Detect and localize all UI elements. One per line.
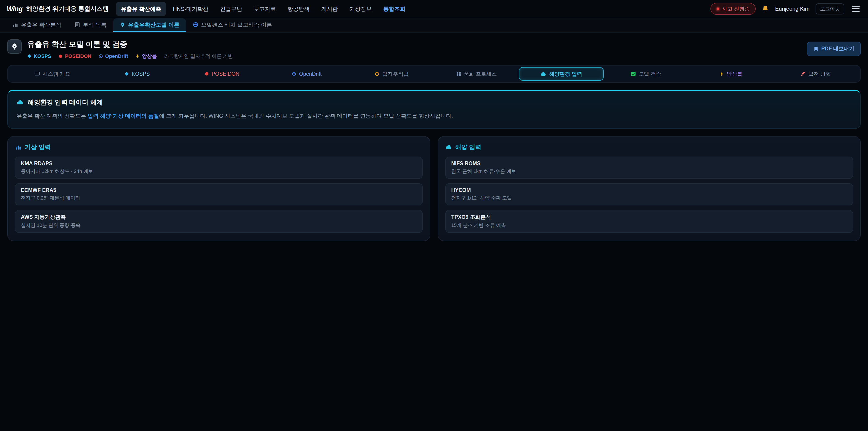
tab-label: 분석 목록 <box>83 21 107 29</box>
globe-icon <box>193 22 198 27</box>
section-nav-weathering-process[interactable]: 풍화 프로세스 <box>434 67 519 81</box>
title-block: 유출유 확산 모델 이론 및 검증 KOSPS POSEIDON OpenDri… <box>27 39 233 60</box>
badge-ensemble: 앙상블 <box>135 53 157 60</box>
marine-input-section: 해양환경 입력 데이터 체계 유출유 확산 예측의 정확도는 입력 해양·기상 … <box>7 90 861 129</box>
list-item: HYCOM 전지구 1/12° 해양 순환 모델 <box>445 183 853 206</box>
card-title: 해양 입력 <box>455 143 481 151</box>
nav-item-hns-air-diffusion[interactable]: HNS·대기확산 <box>168 2 213 16</box>
card-head: 해양 입력 <box>445 143 853 151</box>
item-desc: 전지구 0.25° 재분석 데이터 <box>21 194 417 201</box>
list-item: NIFS ROMS 한국 근해 1km 해류·수온 예보 <box>445 157 853 179</box>
dot-icon <box>58 54 63 59</box>
page-subtitle: 라그랑지안 입자추적 이론 기반 <box>164 53 233 60</box>
logout-button[interactable]: 로그아웃 <box>815 3 844 14</box>
item-desc: 실시간 10분 단위 풍향·풍속 <box>21 222 417 228</box>
incident-dot-icon <box>717 7 719 10</box>
incident-status-label: 사고 진행중 <box>722 5 750 12</box>
nav-item-board[interactable]: 게시판 <box>316 2 343 16</box>
cloud-icon <box>17 99 24 106</box>
section-nav-marine-environment-input[interactable]: 해양환경 입력 <box>519 67 603 81</box>
diamond-icon <box>125 72 129 76</box>
page-header: 유출유 확산 모델 이론 및 검증 KOSPS POSEIDON OpenDri… <box>7 38 861 65</box>
grid-icon <box>456 71 461 76</box>
bolt-icon <box>135 53 140 59</box>
badge-poseidon: POSEIDON <box>58 53 91 59</box>
section-nav-model-validation[interactable]: 모델 검증 <box>604 67 688 81</box>
section-nav-kosps[interactable]: KOSPS <box>95 68 180 80</box>
item-name: HYCOM <box>451 187 847 193</box>
bar-chart-icon <box>15 144 22 150</box>
nav-item-emergency-rescue[interactable]: 긴급구난 <box>215 2 247 16</box>
section-nav-system-overview[interactable]: 시스템 개요 <box>10 67 95 81</box>
item-name: AWS 자동기상관측 <box>21 214 417 221</box>
globe-icon <box>98 54 103 59</box>
item-name: ECMWF ERA5 <box>21 187 417 193</box>
list-item: KMA RDAPS 동아시아 12km 해상도 · 24h 예보 <box>15 157 423 179</box>
item-desc: 전지구 1/12° 해양 순환 모델 <box>451 194 847 201</box>
bolt-icon <box>719 71 724 76</box>
brand[interactable]: Wing 해양환경 위기대응 통합시스템 <box>6 5 109 13</box>
section-nav: 시스템 개요 KOSPS POSEIDON OpenDrift 입자추적법 풍화… <box>7 65 861 83</box>
incident-status-badge[interactable]: 사고 진행중 <box>710 3 756 15</box>
section-nav-future-direction[interactable]: 발전 방향 <box>773 67 858 81</box>
item-name: KMA RDAPS <box>21 160 417 166</box>
tab-label: 유출유 확산분석 <box>21 21 61 29</box>
item-desc: 동아시아 12km 해상도 · 24h 예보 <box>21 168 417 175</box>
target-icon <box>375 71 379 76</box>
section-nav-particle-tracking[interactable]: 입자추적법 <box>349 67 434 81</box>
wing-logo: Wing <box>6 5 22 13</box>
pdf-export-button[interactable]: PDF 내보내기 <box>807 41 861 56</box>
list-item: ECMWF ERA5 전지구 0.25° 재분석 데이터 <box>15 183 423 206</box>
page-title: 유출유 확산 모델 이론 및 검증 <box>27 39 233 50</box>
hamburger-menu-icon[interactable] <box>850 4 862 13</box>
main-content: 유출유 확산 모델 이론 및 검증 KOSPS POSEIDON OpenDri… <box>0 33 868 252</box>
rocket-icon <box>801 71 806 76</box>
card-head: 기상 입력 <box>15 143 423 151</box>
user-name: Eunjeong Kim <box>775 6 809 12</box>
badge-kosps: KOSPS <box>27 53 51 59</box>
tab-bar: 유출유 확산분석 분석 목록 유출유확산모델 이론 오일펜스 배치 알고리즘 이… <box>0 18 868 33</box>
highlighted-text: 입력 해양·기상 데이터의 품질 <box>88 113 159 119</box>
bookmark-icon <box>813 46 818 52</box>
nav-item-aerial-search[interactable]: 항공탐색 <box>283 2 315 16</box>
nav-item-reports[interactable]: 보고자료 <box>249 2 281 16</box>
section-nav-ensemble[interactable]: 앙상블 <box>688 67 773 81</box>
card-title: 기상 입력 <box>25 143 51 151</box>
tab-diffusion-model-theory[interactable]: 유출유확산모델 이론 <box>113 18 186 32</box>
list-item: AWS 자동기상관측 실시간 10분 단위 풍향·풍속 <box>15 210 423 233</box>
document-list-icon <box>74 22 80 28</box>
top-navigation-bar: Wing 해양환경 위기대응 통합시스템 유출유 확산예측 HNS·대기확산 긴… <box>0 0 868 18</box>
pen-nib-icon <box>120 22 125 28</box>
topbar-right: 사고 진행중 Eunjeong Kim 로그아웃 <box>710 3 861 15</box>
page: Wing 해양환경 위기대응 통합시스템 유출유 확산예측 HNS·대기확산 긴… <box>0 0 868 431</box>
diamond-icon <box>27 54 32 59</box>
cloud-icon <box>540 71 546 77</box>
nav-item-integrated-search[interactable]: 통합조회 <box>378 2 410 16</box>
item-desc: 15개 분조 기반 조류 예측 <box>451 222 847 228</box>
section-nav-poseidon[interactable]: POSEIDON <box>180 68 264 80</box>
badge-opendrift: OpenDrift <box>98 53 128 59</box>
tab-oil-fence-algorithm-theory[interactable]: 오일펜스 배치 알고리즘 이론 <box>186 18 279 32</box>
tab-label: 오일펜스 배치 알고리즘 이론 <box>201 21 272 29</box>
check-square-icon <box>631 71 636 76</box>
tab-analysis-list[interactable]: 분석 목록 <box>68 18 113 32</box>
section-description: 유출유 확산 예측의 정확도는 입력 해양·기상 데이터의 품질에 크게 좌우됩… <box>17 112 851 120</box>
section-head: 해양환경 입력 데이터 체계 <box>17 98 851 107</box>
tab-label: 유출유확산모델 이론 <box>128 21 180 29</box>
main-nav: 유출유 확산예측 HNS·대기확산 긴급구난 보고자료 항공탐색 게시판 기상정… <box>116 2 410 16</box>
bell-icon[interactable] <box>762 5 769 12</box>
item-name: NIFS ROMS <box>451 160 847 166</box>
dot-icon <box>205 72 209 76</box>
tab-oil-spill-analysis[interactable]: 유출유 확산분석 <box>5 18 68 32</box>
chart-icon <box>12 22 18 28</box>
model-badge-row: KOSPS POSEIDON OpenDrift 앙상블 라그랑지안 입자추 <box>27 53 233 60</box>
monitor-icon <box>34 71 40 76</box>
pen-nib-icon <box>7 39 22 54</box>
app-title: 해양환경 위기대응 통합시스템 <box>26 5 109 13</box>
nav-item-oil-spill-forecast[interactable]: 유출유 확산예측 <box>116 2 166 16</box>
nav-item-weather-info[interactable]: 기상정보 <box>344 2 377 16</box>
input-data-cards: 기상 입력 KMA RDAPS 동아시아 12km 해상도 · 24h 예보 E… <box>7 136 861 252</box>
list-item: TPXO9 조화분석 15개 분조 기반 조류 예측 <box>445 210 853 233</box>
section-nav-opendrift[interactable]: OpenDrift <box>264 68 349 80</box>
weather-input-card: 기상 입력 KMA RDAPS 동아시아 12km 해상도 · 24h 예보 E… <box>7 136 430 241</box>
